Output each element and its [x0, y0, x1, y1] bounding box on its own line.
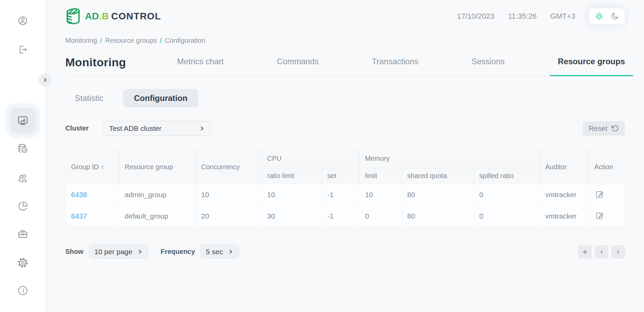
tab-metrics-chart[interactable]: Metrics chart	[177, 57, 224, 76]
breadcrumb-resource-groups[interactable]: Resource groups	[105, 37, 157, 45]
column-group-memory: Memory	[359, 150, 540, 168]
resource-group-cell: admin_group	[119, 184, 196, 205]
topbar: AD.BCONTROL 17/10/2023 11:35:26 GMT+3	[65, 0, 625, 33]
sidebar-item-jobs[interactable]	[17, 228, 29, 240]
next-page-button[interactable]	[611, 245, 625, 259]
concurrency-cell: 10	[196, 184, 261, 205]
cpu-set-cell: -1	[322, 184, 359, 205]
user-profile-icon	[17, 15, 28, 26]
logo-text: AD.BCONTROL	[85, 11, 161, 22]
database-check-icon	[17, 143, 29, 154]
column-header-memory-limit: limit	[359, 168, 402, 184]
pie-chart-icon	[17, 201, 29, 212]
subtabs: Statistic Configuration	[65, 89, 625, 107]
filter-row: Cluster Test ADB cluster Reset	[65, 121, 625, 136]
sidebar-item-info[interactable]: i	[17, 285, 29, 296]
edit-row-button[interactable]	[594, 210, 605, 221]
dark-theme-button[interactable]	[610, 12, 619, 21]
frequency-value: 5 sec	[206, 248, 223, 256]
table-row: 6437 default_group 20 30 -1 0 80 0 vmtra…	[66, 205, 625, 227]
current-time: 11:35:26	[508, 12, 537, 21]
reset-button-label: Reset	[589, 124, 607, 133]
settings-gear-icon	[17, 257, 29, 268]
pagination	[578, 245, 625, 259]
sidebar-item-monitoring[interactable]	[10, 108, 35, 133]
theme-toggle	[589, 8, 625, 24]
topbar-right: 17/10/2023 11:35:26 GMT+3	[457, 8, 625, 24]
tab-commands[interactable]: Commands	[277, 57, 319, 76]
memory-shared-quota-cell: 80	[402, 184, 474, 205]
users-icon	[17, 172, 29, 184]
main-content: AD.BCONTROL 17/10/2023 11:35:26 GMT+3	[45, 0, 644, 312]
cpu-ratio-limit-cell: 30	[261, 205, 322, 227]
sidebar-item-reports[interactable]	[17, 201, 29, 212]
group-id-link[interactable]: 6438	[71, 191, 87, 198]
column-header-resource-group: Resource group	[119, 150, 196, 184]
column-header-cpu-set: set	[322, 168, 359, 184]
subtab-configuration[interactable]: Configuration	[123, 89, 198, 107]
tabs: Metrics chart Commands Transactions Sess…	[177, 57, 625, 76]
sun-icon	[595, 12, 604, 21]
resource-group-cell: default_group	[119, 205, 196, 227]
column-header-memory-spilled-ratio: spilled ratio	[474, 168, 540, 184]
previous-page-button[interactable]	[595, 245, 608, 259]
breadcrumb-separator: /	[100, 37, 102, 45]
subtab-statistic[interactable]: Statistic	[75, 93, 103, 103]
breadcrumb-configuration: Configuration	[165, 37, 205, 45]
column-header-memory-shared-quota: shared quota	[402, 168, 474, 184]
rotate-ccw-icon	[611, 124, 619, 133]
group-id-link[interactable]: 6437	[71, 212, 87, 220]
group-id-header-label: Group ID	[71, 163, 99, 171]
tab-transactions[interactable]: Transactions	[372, 57, 419, 76]
first-page-button[interactable]	[578, 245, 592, 259]
cluster-select[interactable]: Test ADB cluster	[103, 121, 211, 136]
edit-row-button[interactable]	[594, 189, 605, 200]
current-date: 17/10/2023	[457, 12, 494, 21]
chevron-right-icon	[615, 248, 622, 255]
tab-resource-groups[interactable]: Resource groups	[558, 57, 625, 76]
timezone: GMT+3	[550, 12, 575, 21]
database-logo-icon	[65, 7, 82, 25]
chevron-right-icon	[137, 249, 143, 255]
breadcrumb-monitoring[interactable]: Monitoring	[65, 37, 97, 45]
sidebar-item-databases[interactable]	[17, 143, 29, 154]
light-theme-button[interactable]	[595, 12, 604, 21]
cpu-set-cell: -1	[322, 205, 359, 227]
edit-icon	[595, 211, 604, 220]
briefcase-icon	[17, 228, 29, 240]
sidebar-item-logout[interactable]	[17, 44, 28, 55]
auditor-cell: vmtracker	[540, 184, 589, 205]
breadcrumb-separator: /	[160, 37, 162, 45]
chevron-left-icon	[598, 248, 605, 255]
cpu-ratio-limit-cell: 10	[261, 184, 322, 205]
moon-icon	[610, 12, 619, 21]
memory-limit-cell: 10	[359, 184, 402, 205]
frequency-select[interactable]: 5 sec	[201, 245, 239, 259]
sort-asc-icon: ↑	[101, 163, 104, 171]
sidebar-item-settings[interactable]	[17, 257, 29, 268]
page-size-select[interactable]: 10 per page	[89, 245, 148, 259]
column-header-group-id[interactable]: Group ID↑	[66, 150, 119, 184]
sidebar-item-profile[interactable]	[17, 15, 28, 26]
chevron-right-icon	[228, 249, 234, 255]
chevron-right-icon	[199, 125, 205, 132]
memory-spilled-ratio-cell: 0	[474, 205, 540, 227]
chevrons-left-icon	[581, 248, 588, 255]
auditor-cell: vmtracker	[540, 205, 589, 227]
logo-text-control: CONTROL	[111, 11, 161, 21]
cluster-label: Cluster	[65, 124, 89, 132]
show-label: Show	[65, 248, 83, 256]
sidebar-item-users[interactable]	[17, 172, 29, 184]
reset-button[interactable]: Reset	[583, 121, 625, 136]
column-group-cpu: CPU	[261, 150, 359, 168]
logo-text-ad: AD	[85, 11, 99, 21]
table-row: 6438 admin_group 10 10 -1 10 80 0 vmtrac…	[66, 184, 625, 205]
table-footer: Show 10 per page Frequency 5 sec	[65, 245, 625, 259]
sidebar-collapse-button[interactable]	[39, 74, 51, 86]
concurrency-cell: 20	[196, 205, 261, 227]
column-header-cpu-ratio-limit: ratio limit	[261, 168, 322, 184]
clock: 17/10/2023 11:35:26 GMT+3	[457, 12, 575, 21]
app-logo: AD.BCONTROL	[65, 7, 161, 25]
resource-groups-table: Group ID↑ Resource group Concurrency CPU…	[65, 150, 625, 227]
tab-sessions[interactable]: Sessions	[472, 57, 505, 76]
